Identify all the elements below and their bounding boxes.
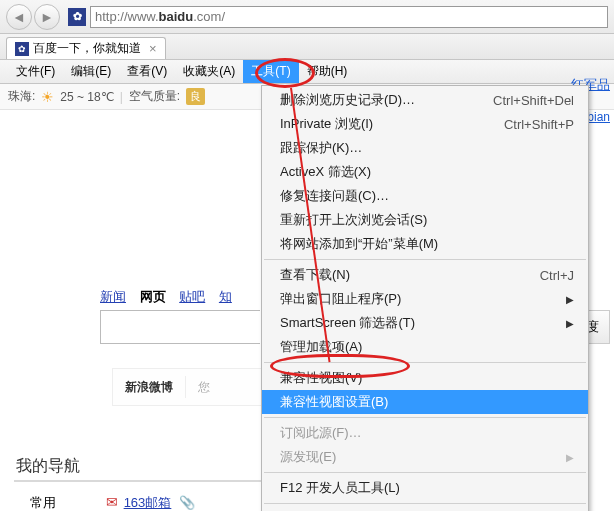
mid-tab-you[interactable]: 您 — [186, 379, 222, 396]
menu-help[interactable]: 帮助(H) — [299, 60, 356, 83]
url-host: baidu — [159, 9, 194, 24]
shortcut: Ctrl+Shift+P — [504, 117, 574, 132]
sun-icon: ☀ — [41, 89, 54, 105]
menu-view-downloads[interactable]: 查看下载(N) Ctrl+J — [262, 263, 588, 287]
tab-favicon: ✿ — [15, 42, 29, 56]
menu-delete-history[interactable]: 删除浏览历史记录(D)… Ctrl+Shift+Del — [262, 88, 588, 112]
menu-smartscreen[interactable]: SmartScreen 筛选器(T) ▶ — [262, 311, 588, 335]
cat-know[interactable]: 知 — [219, 289, 232, 304]
menu-subscribe-feed[interactable]: 订阅此源(F)… — [262, 421, 588, 445]
menu-popup-label: 弹出窗口阻止程序(P) — [280, 290, 401, 308]
menu-f12-devtools[interactable]: F12 开发人员工具(L) — [262, 476, 588, 500]
url-suffix: .com/ — [193, 9, 225, 24]
aqi-label: 空气质量: — [129, 88, 180, 105]
aqi-badge: 良 — [186, 88, 205, 105]
tab-title: 百度一下，你就知道 — [33, 40, 141, 57]
cat-tieba[interactable]: 贴吧 — [179, 289, 205, 304]
link-163mail[interactable]: ✉ 163邮箱 📎 — [106, 494, 195, 511]
menu-separator — [264, 503, 586, 504]
bottom-row: 常用 ✉ 163邮箱 📎 — [30, 494, 195, 511]
menu-addons-label: 管理加载项(A) — [280, 338, 362, 356]
menu-delete-history-label: 删除浏览历史记录(D)… — [280, 91, 415, 109]
submenu-arrow-icon: ▶ — [566, 452, 574, 463]
forward-button[interactable]: ► — [34, 4, 60, 30]
address-bar[interactable]: http://www.baidu.com/ — [90, 6, 608, 28]
baidu-category-nav: 新闻 网页 贴吧 知 — [100, 288, 242, 306]
pin-icon[interactable]: 📎 — [179, 495, 195, 510]
search-row — [100, 310, 260, 344]
section-divider — [14, 480, 264, 482]
cat-news[interactable]: 新闻 — [100, 289, 126, 304]
submenu-arrow-icon: ▶ — [566, 294, 574, 305]
menu-tools[interactable]: 工具(T) — [243, 60, 298, 83]
mail-icon: ✉ — [106, 494, 118, 510]
menu-compat-view-label: 兼容性视图(V) — [280, 369, 362, 387]
search-input[interactable] — [100, 310, 260, 344]
submenu-arrow-icon: ▶ — [566, 318, 574, 329]
cat-web[interactable]: 网页 — [140, 289, 166, 304]
menu-separator — [264, 472, 586, 473]
tab-close-icon[interactable]: × — [149, 41, 157, 56]
menu-activex-label: ActiveX 筛选(X) — [280, 163, 371, 181]
menu-add-to-start[interactable]: 将网站添加到“开始”菜单(M) — [262, 232, 588, 256]
mid-tab-weibo[interactable]: 新浪微博 — [113, 379, 185, 396]
menu-separator — [264, 362, 586, 363]
menu-internet-options[interactable]: Internet 选项(O) — [262, 507, 588, 511]
link-163mail-label: 163邮箱 — [124, 495, 172, 510]
menu-compat-view-settings[interactable]: 兼容性视图设置(B) — [262, 390, 588, 414]
menu-smartscreen-label: SmartScreen 筛选器(T) — [280, 314, 415, 332]
mid-tabs: 新浪微博 您 — [112, 368, 262, 406]
shortcut: Ctrl+Shift+Del — [493, 93, 574, 108]
shortcut: Ctrl+J — [540, 268, 574, 283]
menu-feed-discover-label: 源发现(E) — [280, 448, 336, 466]
menu-feed-discovery[interactable]: 源发现(E) ▶ — [262, 445, 588, 469]
back-button[interactable]: ◄ — [6, 4, 32, 30]
menu-separator — [264, 417, 586, 418]
menu-devtools-label: F12 开发人员工具(L) — [280, 479, 400, 497]
menu-compat-view[interactable]: 兼容性视图(V) — [262, 366, 588, 390]
menu-subscribe-label: 订阅此源(F)… — [280, 424, 362, 442]
menu-file[interactable]: 文件(F) — [8, 60, 63, 83]
menu-tracking-label: 跟踪保护(K)… — [280, 139, 362, 157]
menu-favorites[interactable]: 收藏夹(A) — [175, 60, 243, 83]
menu-inprivate-label: InPrivate 浏览(I) — [280, 115, 373, 133]
tools-dropdown: 删除浏览历史记录(D)… Ctrl+Shift+Del InPrivate 浏览… — [261, 85, 589, 511]
url-prefix: http://www. — [95, 9, 159, 24]
menu-add-start-label: 将网站添加到“开始”菜单(M) — [280, 235, 438, 253]
weather-city: 珠海: — [8, 88, 35, 105]
browser-tab[interactable]: ✿ 百度一下，你就知道 × — [6, 37, 166, 59]
menu-fix-conn-label: 修复连接问题(C)… — [280, 187, 389, 205]
menu-popup-blocker[interactable]: 弹出窗口阻止程序(P) ▶ — [262, 287, 588, 311]
menu-bar: 文件(F) 编辑(E) 查看(V) 收藏夹(A) 工具(T) 帮助(H) — [0, 60, 614, 84]
menu-activex[interactable]: ActiveX 筛选(X) — [262, 160, 588, 184]
section-my-nav: 我的导航 — [16, 456, 80, 477]
menu-edit[interactable]: 编辑(E) — [63, 60, 119, 83]
menu-view[interactable]: 查看(V) — [119, 60, 175, 83]
menu-fix-connection[interactable]: 修复连接问题(C)… — [262, 184, 588, 208]
menu-separator — [264, 259, 586, 260]
menu-reopen-session[interactable]: 重新打开上次浏览会话(S) — [262, 208, 588, 232]
tabs-row: ✿ 百度一下，你就知道 × — [0, 34, 614, 60]
menu-downloads-label: 查看下载(N) — [280, 266, 350, 284]
site-favicon: ✿ — [68, 8, 86, 26]
weather-temp: 25 ~ 18℃ — [60, 90, 113, 104]
menu-reopen-label: 重新打开上次浏览会话(S) — [280, 211, 427, 229]
menu-inprivate[interactable]: InPrivate 浏览(I) Ctrl+Shift+P — [262, 112, 588, 136]
menu-compat-settings-label: 兼容性视图设置(B) — [280, 393, 388, 411]
bottom-common[interactable]: 常用 — [30, 494, 56, 511]
menu-tracking[interactable]: 跟踪保护(K)… — [262, 136, 588, 160]
menu-manage-addons[interactable]: 管理加载项(A) — [262, 335, 588, 359]
nav-toolbar: ◄ ► ✿ http://www.baidu.com/ — [0, 0, 614, 34]
